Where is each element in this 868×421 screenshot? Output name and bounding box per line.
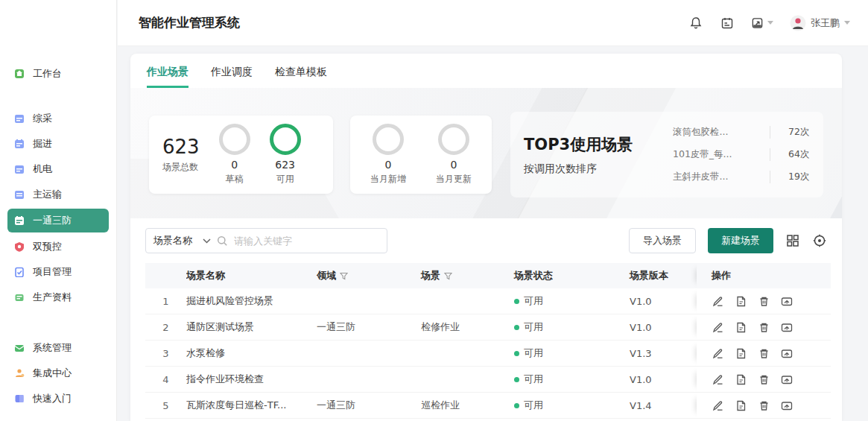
edit-icon[interactable] bbox=[712, 373, 723, 385]
row-index: 3 bbox=[145, 341, 186, 366]
domain-cell: 一通三防 bbox=[317, 393, 421, 418]
sidebar-item-label: 生产资料 bbox=[33, 291, 72, 304]
status-dot bbox=[514, 377, 519, 382]
status-dot bbox=[514, 403, 519, 408]
table-row[interactable]: 4 指令作业环境检查 可用 V1.0 bbox=[145, 367, 831, 393]
sidebar-item-electromech[interactable]: 机电 bbox=[7, 158, 109, 180]
share-icon[interactable] bbox=[781, 321, 793, 333]
sidebar-item-workbench[interactable]: 工作台 bbox=[7, 63, 109, 85]
table-row[interactable]: 5 瓦斯浓度每日巡检-TF... 一通三防 巡检作业 可用 V1.4 bbox=[145, 393, 831, 419]
copy-icon[interactable] bbox=[735, 399, 747, 411]
scene-name-cell: 水泵检修 bbox=[186, 341, 317, 366]
scene-cell: 检修作业 bbox=[421, 314, 514, 340]
share-icon[interactable] bbox=[781, 347, 793, 359]
table-row[interactable]: 1 掘进机风险管控场景 可用 V1.0 bbox=[145, 288, 831, 314]
header-domain[interactable]: 领域 bbox=[317, 263, 421, 288]
top3-item-count: 64次 bbox=[770, 148, 809, 161]
sidebar-item-project[interactable]: 项目管理 bbox=[7, 261, 109, 283]
settings-icon[interactable] bbox=[812, 233, 827, 248]
sidebar-item-label: 主运输 bbox=[33, 188, 62, 201]
version-cell: V1.4 bbox=[630, 393, 697, 418]
sidebar-item-tunneling[interactable]: 掘进 bbox=[7, 133, 109, 155]
status-cell: 可用 bbox=[514, 288, 630, 314]
copy-icon[interactable] bbox=[735, 347, 747, 359]
import-scene-button[interactable]: 导入场景 bbox=[629, 228, 696, 253]
top3-item-name: 主斜井皮带... bbox=[673, 171, 770, 183]
month-new-value: 0 bbox=[370, 159, 406, 171]
sidebar-item-ventilation[interactable]: 一通三防 bbox=[7, 209, 109, 232]
header-domain-label: 领域 bbox=[317, 269, 336, 282]
top3-heading: TOP3使用场景 按调用次数排序 bbox=[524, 134, 673, 176]
edit-icon[interactable] bbox=[712, 321, 723, 333]
sidebar-item-production[interactable]: 生产资料 bbox=[7, 286, 109, 308]
copy-icon[interactable] bbox=[735, 321, 747, 333]
sidebar-item-quickstart[interactable]: 快速入门 bbox=[7, 387, 109, 410]
month-updated-ring bbox=[438, 124, 469, 155]
keyword-search-input[interactable] bbox=[234, 235, 379, 247]
scene-name-cell: 通防区测试场景 bbox=[186, 314, 317, 340]
copy-icon[interactable] bbox=[735, 373, 747, 385]
sidebar-item-mining[interactable]: 综采 bbox=[7, 107, 109, 130]
edit-icon[interactable] bbox=[712, 295, 723, 307]
table-header-row: 场景名称 领域 场景 场景状态 场景版本 操作 bbox=[145, 263, 831, 288]
delete-icon[interactable] bbox=[758, 347, 770, 359]
sidebar-item-dual-control[interactable]: 双预控 bbox=[7, 235, 109, 258]
delete-icon[interactable] bbox=[758, 373, 770, 385]
stats-banner: 623 场景总数 0 草稿 623 可用 0 当月新增 bbox=[130, 88, 842, 218]
card-view-icon[interactable] bbox=[785, 233, 800, 248]
share-icon[interactable] bbox=[781, 295, 793, 307]
domain-cell bbox=[317, 288, 421, 314]
scene-name-cell: 瓦斯浓度每日巡检-TF... bbox=[186, 393, 317, 418]
edit-icon[interactable] bbox=[712, 347, 723, 359]
top3-item: 主斜井皮带... 19次 bbox=[673, 166, 810, 189]
sidebar-item-system[interactable]: 系统管理 bbox=[7, 337, 109, 359]
filter-icon[interactable] bbox=[444, 272, 452, 280]
tab-work-scenes[interactable]: 作业场景 bbox=[147, 66, 189, 88]
search-field-select[interactable]: 场景名称 bbox=[153, 234, 211, 247]
copy-icon[interactable] bbox=[735, 295, 747, 307]
screen-share-icon[interactable] bbox=[751, 16, 773, 31]
actions-cell bbox=[697, 288, 831, 314]
sidebar-item-integration[interactable]: 集成中心 bbox=[7, 362, 109, 384]
header-actions: 操作 bbox=[697, 263, 831, 288]
sidebar-item-label: 集成中心 bbox=[33, 367, 72, 380]
tunneling-icon bbox=[13, 138, 25, 150]
user-menu[interactable]: 张王鹏 bbox=[790, 15, 850, 31]
user-name: 张王鹏 bbox=[811, 16, 840, 30]
status-cell: 可用 bbox=[514, 367, 630, 392]
sidebar-item-label: 一通三防 bbox=[33, 214, 72, 227]
delete-icon[interactable] bbox=[758, 399, 770, 411]
header-scene[interactable]: 场景 bbox=[421, 263, 514, 288]
sidebar-item-label: 系统管理 bbox=[33, 341, 72, 355]
header-index bbox=[145, 263, 186, 288]
share-icon[interactable] bbox=[781, 399, 793, 411]
share-icon[interactable] bbox=[781, 373, 793, 385]
header-actions: 张王鹏 bbox=[688, 15, 850, 31]
scene-cell bbox=[421, 367, 514, 392]
table-row[interactable]: 3 水泵检修 可用 V1.3 bbox=[145, 341, 831, 367]
status-badge: 可用 bbox=[524, 294, 543, 308]
sidebar: 工作台 综采 掘进 机电 主运输 一通三防 bbox=[0, 0, 117, 421]
calendar-icon[interactable] bbox=[720, 16, 735, 31]
month-updated-label: 当月更新 bbox=[436, 173, 472, 186]
table-toolbar: 场景名称 导入场景 新建场景 bbox=[145, 227, 827, 254]
available-stat: 623 可用 bbox=[270, 124, 301, 186]
filter-icon[interactable] bbox=[340, 272, 348, 280]
dual-control-icon bbox=[13, 241, 25, 253]
sidebar-item-transport[interactable]: 主运输 bbox=[7, 183, 109, 206]
top3-item: 滚筒包胶检... 72次 bbox=[673, 121, 810, 144]
sidebar-item-label: 工作台 bbox=[33, 67, 62, 80]
chevron-down-icon bbox=[767, 21, 773, 25]
status-cell: 可用 bbox=[514, 341, 630, 366]
sidebar-item-label: 双预控 bbox=[33, 240, 62, 253]
bell-icon[interactable] bbox=[688, 16, 703, 31]
delete-icon[interactable] bbox=[758, 295, 770, 307]
edit-icon[interactable] bbox=[712, 399, 723, 411]
tab-work-scheduling[interactable]: 作业调度 bbox=[211, 66, 253, 88]
delete-icon[interactable] bbox=[758, 321, 770, 333]
scene-total-value: 623 bbox=[162, 136, 200, 158]
create-scene-button[interactable]: 新建场景 bbox=[708, 228, 773, 253]
project-icon bbox=[13, 266, 25, 278]
table-row[interactable]: 2 通防区测试场景 一通三防 检修作业 可用 V1.0 bbox=[145, 314, 831, 341]
tab-checklist-templates[interactable]: 检查单模板 bbox=[275, 66, 327, 88]
